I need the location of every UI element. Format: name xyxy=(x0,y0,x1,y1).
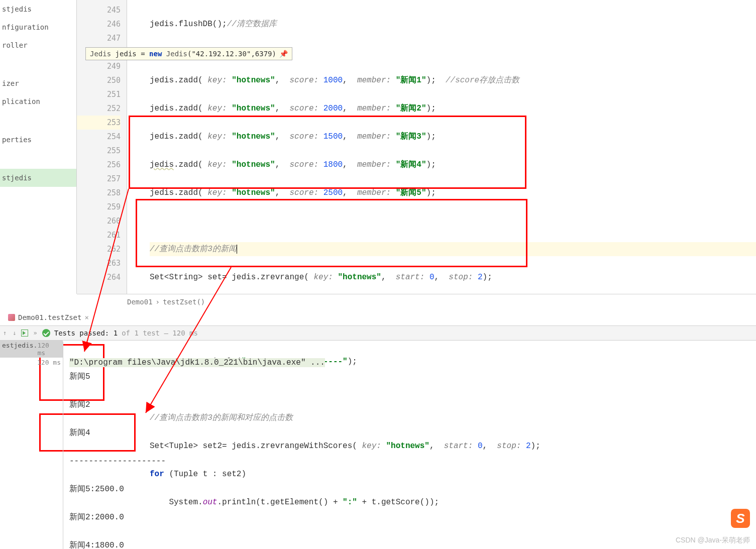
history-fwd-icon[interactable]: ↓ xyxy=(12,330,17,337)
line-num: 257 xyxy=(77,172,121,186)
sogou-ime-icon[interactable]: S xyxy=(731,509,750,528)
line-num: 255 xyxy=(77,144,121,158)
test-tree[interactable]: estjedis.120 ms 120 ms xyxy=(0,341,63,367)
line-num: 247 xyxy=(77,31,121,45)
console-line: 新闻2 xyxy=(69,398,756,412)
sidebar-item[interactable]: perties xyxy=(0,131,76,149)
line-num-current: 253 xyxy=(77,116,121,130)
line-num: 256 xyxy=(77,158,121,172)
more-icon[interactable]: » xyxy=(32,330,38,337)
pin-icon[interactable]: 📌 xyxy=(279,50,288,58)
console-command: "D:\program files\Java\jdk1.8.0_221\bin\… xyxy=(69,358,325,367)
line-gutter: 245 246 247 248 249 250 251 252 253 254 … xyxy=(77,0,127,294)
run-tab[interactable]: Demo01.testZset × xyxy=(0,310,89,324)
sidebar-item[interactable]: roller xyxy=(0,36,76,54)
breadcrumb-item[interactable]: Demo01 xyxy=(127,298,153,306)
rerun-icon[interactable] xyxy=(21,330,28,337)
comment: //查询点击数前3的新闻 xyxy=(150,245,237,254)
line-num: 246 xyxy=(77,17,121,31)
code-editor[interactable]: jedis.flushDB();//清空数据库 //2.操作 jedis.zad… xyxy=(127,0,756,294)
run-tab-label: Demo01.testZset xyxy=(18,313,81,321)
line-num: 260 xyxy=(77,214,121,228)
console-line: 新闻5:2500.0 xyxy=(69,482,756,496)
line-num: 258 xyxy=(77,186,121,200)
breadcrumb: Demo01 › testZset() xyxy=(77,294,756,309)
line-num: 264 xyxy=(77,270,121,284)
pass-icon xyxy=(42,329,50,337)
history-back-icon[interactable]: ↑ xyxy=(2,330,8,337)
sidebar-item[interactable]: stjedis xyxy=(0,0,76,18)
tests-summary: of 1 test – 120 ms xyxy=(122,329,198,337)
line-num: 250 xyxy=(77,73,121,87)
console-line: 新闻2:2000.0 xyxy=(69,510,756,524)
quick-doc-tooltip: Jedis jedis = new Jedis("42.192.12.30",6… xyxy=(85,47,292,60)
watermark: CSDN @Java-呆萌老师 xyxy=(676,536,750,545)
console-line: 新闻4 xyxy=(69,426,756,440)
line-num: 245 xyxy=(77,3,121,17)
console-line: -------------------- xyxy=(69,454,756,468)
test-row[interactable]: estjedis.120 ms xyxy=(0,341,63,358)
chevron-right-icon: › xyxy=(156,298,160,306)
line-num: 249 xyxy=(77,59,121,73)
console-output[interactable]: "D:\program files\Java\jdk1.8.0_221\bin\… xyxy=(63,342,756,549)
line-num: 252 xyxy=(77,101,121,116)
console-line: 新闻4:1800.0 xyxy=(69,538,756,549)
line-num: 262 xyxy=(77,242,121,256)
run-config-icon xyxy=(8,314,15,321)
text-caret xyxy=(237,245,237,254)
console-line: 新闻5 xyxy=(69,370,756,384)
line-num: 259 xyxy=(77,200,121,214)
sidebar-item[interactable]: plication xyxy=(0,92,76,111)
code: jedis.flushDB(); xyxy=(150,20,227,29)
test-toolbar: ↑ ↓ » Tests passed: 1 of 1 test – 120 ms xyxy=(0,325,756,341)
line-num: 261 xyxy=(77,228,121,242)
sidebar-item[interactable]: nfiguration xyxy=(0,18,76,36)
close-icon[interactable]: × xyxy=(84,313,88,321)
breadcrumb-item[interactable]: testZset() xyxy=(163,298,205,306)
project-sidebar: stjedis nfiguration roller izer plicatio… xyxy=(0,0,77,294)
test-row[interactable]: 120 ms xyxy=(0,358,63,367)
sidebar-item-selected[interactable]: stjedis xyxy=(0,169,76,187)
sidebar-item[interactable]: izer xyxy=(0,74,76,92)
tests-passed-label: Tests passed: 1 xyxy=(54,329,118,337)
line-num: 254 xyxy=(77,130,121,144)
line-num: 251 xyxy=(77,87,121,101)
line-num: 263 xyxy=(77,256,121,270)
